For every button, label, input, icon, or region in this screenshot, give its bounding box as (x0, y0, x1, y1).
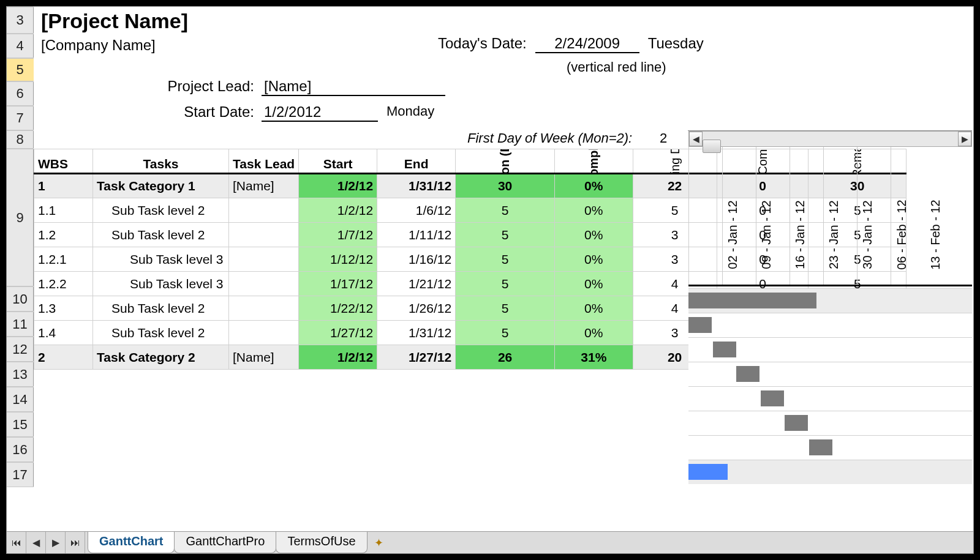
gantt-bar[interactable] (688, 317, 712, 333)
col-pct-complete[interactable]: % Complete (587, 149, 601, 174)
cell-task-lead[interactable] (229, 223, 299, 247)
row-header-8[interactable]: 8 (7, 130, 34, 149)
gantt-week-header[interactable]: 30 - Jan - 12 (823, 147, 857, 285)
cell-start[interactable]: 1/7/12 (299, 223, 377, 247)
sheet-tab-ganttchartpro[interactable]: GanttChartPro (174, 532, 276, 553)
cell-duration[interactable]: 5 (456, 272, 555, 296)
row-header-13[interactable]: 13 (7, 362, 34, 387)
cell-pct-complete[interactable]: 0% (555, 247, 633, 272)
cell-end[interactable]: 1/27/12 (377, 345, 456, 370)
col-end[interactable]: End (377, 149, 456, 174)
cell-duration[interactable]: 5 (456, 198, 555, 223)
tab-nav-next[interactable]: ▶ (46, 532, 66, 553)
row-header-4[interactable]: 4 (7, 34, 34, 58)
row-header-11[interactable]: 11 (7, 312, 34, 337)
cell-duration[interactable]: 5 (456, 247, 555, 272)
cell-end[interactable]: 1/11/12 (377, 223, 456, 247)
tab-nav-prev[interactable]: ◀ (26, 532, 46, 553)
cell-task-lead[interactable]: [Name] (229, 345, 299, 370)
cell-wbs[interactable]: 2 (34, 345, 93, 370)
cell-task-lead[interactable] (229, 198, 299, 223)
cell-wbs[interactable]: 1.3 (34, 296, 93, 321)
cell-pct-complete[interactable]: 0% (555, 174, 633, 198)
col-duration[interactable]: Duration (Days) (498, 149, 512, 174)
first-day-of-week-value[interactable]: 2 (660, 130, 667, 146)
row-header-10[interactable]: 10 (7, 286, 34, 312)
cell-task-name[interactable]: Sub Task level 3 (93, 247, 229, 272)
gantt-bar[interactable] (688, 293, 816, 308)
cell-task-name[interactable]: Sub Task level 2 (93, 321, 229, 345)
cell-task-name[interactable]: Sub Task level 3 (93, 272, 229, 296)
col-working-days[interactable]: Working Days (668, 149, 682, 174)
col-tasks[interactable]: Tasks (93, 149, 229, 174)
gantt-week-header[interactable]: 06 - Feb - 12 (857, 147, 891, 285)
col-start[interactable]: Start (299, 149, 377, 174)
cell-task-lead[interactable] (229, 296, 299, 321)
row-header-12[interactable]: 12 (7, 337, 34, 362)
cell-task-lead[interactable] (229, 321, 299, 345)
cell-task-lead[interactable] (229, 247, 299, 272)
cell-pct-complete[interactable]: 0% (555, 321, 633, 345)
cell-end[interactable]: 1/6/12 (377, 198, 456, 223)
row-header-3[interactable]: 3 (7, 7, 34, 34)
gantt-bar[interactable] (785, 415, 808, 431)
scroll-right-button[interactable]: ▶ (958, 132, 971, 146)
gantt-week-header[interactable]: 09 - Jan - 12 (722, 147, 756, 285)
cell-task-lead[interactable]: [Name] (229, 174, 299, 198)
cell-task-name[interactable]: Task Category 1 (93, 174, 229, 198)
gantt-bar[interactable] (761, 390, 784, 406)
cell-pct-complete[interactable]: 31% (555, 345, 633, 370)
row-header-15[interactable]: 15 (7, 412, 34, 437)
gantt-week-header[interactable]: 16 - Jan - 12 (756, 147, 790, 285)
row-header-14[interactable]: 14 (7, 387, 34, 412)
cell-pct-complete[interactable]: 0% (555, 198, 633, 223)
col-wbs[interactable]: WBS (34, 149, 93, 174)
row-header-5[interactable]: 5 (7, 58, 34, 81)
row-header-16[interactable]: 16 (7, 437, 34, 462)
project-title[interactable]: [Project Name] (41, 7, 966, 33)
cell-task-name[interactable]: Task Category 2 (93, 345, 229, 370)
row-header-17[interactable]: 17 (7, 462, 34, 487)
cell-task-name[interactable]: Sub Task level 2 (93, 223, 229, 247)
row-header-7[interactable]: 7 (7, 106, 34, 130)
cell-start[interactable]: 1/2/12 (299, 198, 377, 223)
cell-pct-complete[interactable]: 0% (555, 296, 633, 321)
gantt-bar[interactable] (713, 342, 736, 357)
cell-duration[interactable]: 5 (456, 321, 555, 345)
cell-end[interactable]: 1/31/12 (377, 174, 456, 198)
tab-nav-last[interactable]: ⏭ (66, 532, 85, 553)
cell-end[interactable]: 1/31/12 (377, 321, 456, 345)
gantt-bar[interactable] (688, 464, 728, 480)
tab-nav-first[interactable]: ⏮ (7, 532, 26, 553)
cell-task-lead[interactable] (229, 272, 299, 296)
scroll-left-button[interactable]: ◀ (689, 132, 703, 146)
cell-end[interactable]: 1/26/12 (377, 296, 456, 321)
cell-task-name[interactable]: Sub Task level 2 (93, 296, 229, 321)
today-date-value[interactable]: 2/24/2009 (535, 35, 639, 53)
project-lead-value[interactable]: [Name] (262, 78, 445, 96)
start-date-value[interactable]: 1/2/2012 (262, 103, 378, 122)
cell-start[interactable]: 1/2/12 (299, 345, 377, 370)
cell-duration[interactable]: 5 (456, 223, 555, 247)
cell-start[interactable]: 1/2/12 (299, 174, 377, 198)
gantt-bar[interactable] (736, 366, 760, 382)
cell-start[interactable]: 1/12/12 (299, 247, 377, 272)
cell-wbs[interactable]: 1.2 (34, 223, 93, 247)
cell-end[interactable]: 1/21/12 (377, 272, 456, 296)
sheet-tab-ganttchart[interactable]: GanttChart (88, 532, 175, 553)
cell-pct-complete[interactable]: 0% (555, 223, 633, 247)
cell-start[interactable]: 1/27/12 (299, 321, 377, 345)
cell-start[interactable]: 1/22/12 (299, 296, 377, 321)
cell-wbs[interactable]: 1.4 (34, 321, 93, 345)
gantt-week-header[interactable]: 13 - Feb - 12 (891, 147, 924, 285)
cell-wbs[interactable]: 1 (34, 174, 93, 198)
cell-wbs[interactable]: 1.2.1 (34, 247, 93, 272)
sheet-tab-termsofuse[interactable]: TermsOfUse (276, 532, 367, 553)
gantt-week-header[interactable]: 23 - Jan - 12 (790, 147, 823, 285)
cell-pct-complete[interactable]: 0% (555, 272, 633, 296)
cell-start[interactable]: 1/17/12 (299, 272, 377, 296)
cell-duration[interactable]: 26 (456, 345, 555, 370)
col-task-lead[interactable]: Task Lead (229, 149, 299, 174)
gantt-week-header[interactable]: 02 - Jan - 12 (688, 147, 722, 285)
cell-end[interactable]: 1/16/12 (377, 247, 456, 272)
